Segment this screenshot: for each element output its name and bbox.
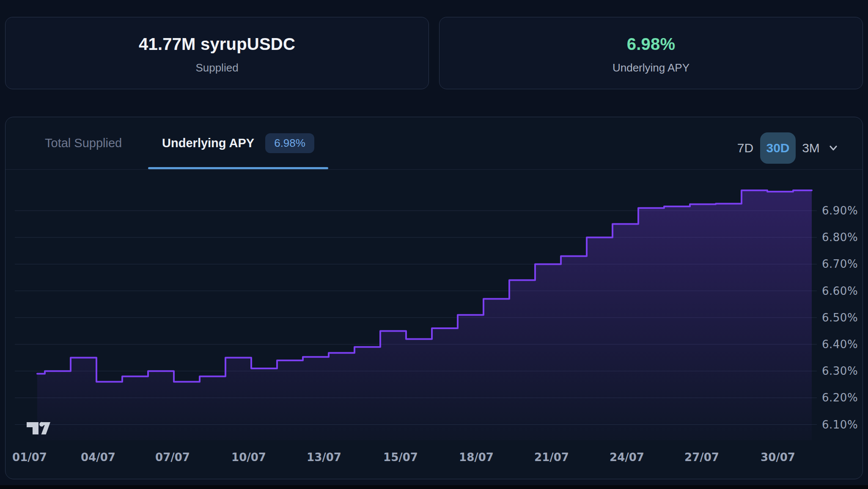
underlying-apy-value: 6.98% [627, 35, 675, 54]
x-tick-label: 07/07 [155, 451, 190, 464]
underlying-apy-stat-card: 6.98% Underlying APY [439, 17, 863, 89]
apy-badge: 6.98% [265, 133, 314, 153]
supplied-stat-card: 41.77M syrupUSDC Supplied [5, 17, 429, 89]
supplied-label: Supplied [195, 61, 238, 74]
tabs-divider [5, 169, 863, 170]
x-tick-label: 13/07 [307, 451, 341, 464]
apy-chart-card: Total Supplied Underlying APY 6.98% 7D 3… [5, 117, 863, 479]
y-tick-label: 6.40% [822, 338, 858, 351]
tab-underlying-apy[interactable]: Underlying APY 6.98% [148, 117, 328, 169]
x-tick-label: 10/07 [231, 451, 266, 464]
active-tab-underline [148, 167, 328, 169]
apy-area-fill [37, 190, 812, 440]
tab-underlying-apy-label: Underlying APY [162, 136, 254, 150]
x-tick-label: 30/07 [761, 451, 795, 464]
x-tick-label: 01/07 [12, 451, 47, 464]
y-tick-label: 6.70% [822, 258, 858, 270]
y-tick-label: 6.30% [822, 365, 858, 377]
supplied-value: 41.77M syrupUSDC [139, 35, 295, 54]
range-dropdown-button[interactable] [825, 132, 841, 164]
underlying-apy-label: Underlying APY [613, 61, 689, 74]
range-30d-label: 30D [766, 141, 789, 155]
range-button-3m[interactable]: 3M [798, 132, 824, 164]
x-tick-label: 15/07 [383, 451, 418, 464]
y-tick-label: 6.20% [822, 391, 858, 404]
bottom-strip [0, 485, 868, 489]
tab-total-supplied[interactable]: Total Supplied [45, 117, 122, 169]
y-tick-label: 6.90% [822, 204, 858, 217]
range-button-30d[interactable]: 30D [760, 132, 796, 164]
y-tick-label: 6.80% [822, 231, 858, 244]
x-tick-label: 27/07 [684, 451, 719, 464]
range-7d-label: 7D [737, 141, 753, 155]
range-button-7d[interactable]: 7D [732, 132, 758, 164]
tradingview-logo-icon[interactable] [26, 422, 51, 435]
y-tick-label: 6.60% [822, 285, 858, 297]
x-tick-label: 24/07 [610, 451, 644, 464]
x-tick-label: 04/07 [81, 451, 115, 464]
tab-total-supplied-label: Total Supplied [45, 136, 122, 150]
range-3m-label: 3M [802, 141, 820, 155]
syrup-dashboard: 41.77M syrupUSDC Supplied 6.98% Underlyi… [0, 0, 868, 489]
x-tick-label: 21/07 [534, 451, 569, 464]
x-tick-label: 18/07 [459, 451, 494, 464]
apy-step-chart[interactable] [6, 178, 863, 445]
chevron-down-icon [827, 142, 840, 154]
y-tick-label: 6.10% [822, 418, 858, 431]
y-tick-label: 6.50% [822, 311, 858, 324]
